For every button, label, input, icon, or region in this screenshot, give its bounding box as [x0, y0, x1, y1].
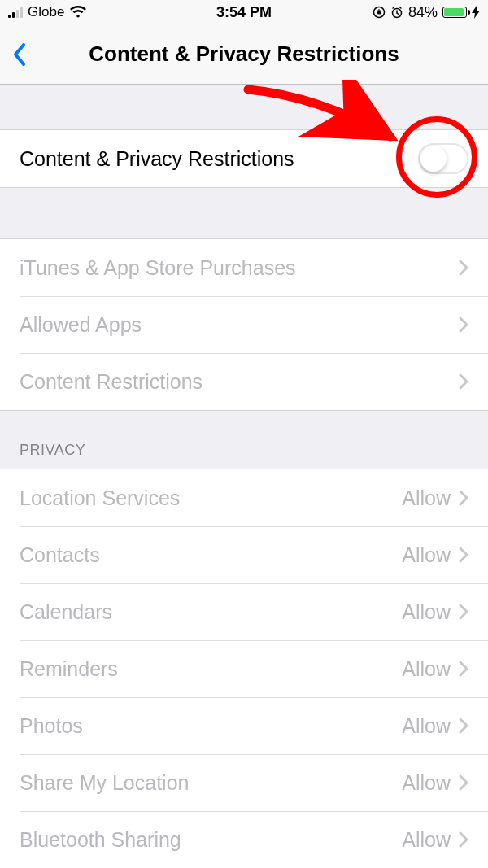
privacy-section: Location Services Allow Contacts Allow C…: [0, 469, 488, 868]
chevron-right-icon: [459, 490, 468, 506]
share-my-location-row[interactable]: Share My Location Allow: [0, 754, 488, 811]
row-value: Allow: [402, 486, 451, 510]
status-bar: Globe 3:54 PM 84%: [0, 0, 488, 24]
main-toggle-section: Content & Privacy Restrictions: [0, 129, 488, 188]
row-label: Photos: [20, 714, 402, 738]
row-label: Allowed Apps: [20, 313, 459, 337]
alarm-icon: [390, 6, 403, 19]
calendars-row[interactable]: Calendars Allow: [0, 583, 488, 640]
chevron-left-icon: [11, 41, 28, 68]
row-value: Allow: [402, 714, 451, 738]
chevron-right-icon: [459, 373, 468, 390]
row-value: Allow: [402, 771, 451, 795]
svg-rect-1: [377, 11, 381, 15]
content-privacy-toggle-row[interactable]: Content & Privacy Restrictions: [0, 130, 488, 187]
photos-row[interactable]: Photos Allow: [0, 697, 488, 754]
wifi-icon: [69, 6, 87, 19]
row-label: Location Services: [20, 486, 402, 510]
toggle-knob: [420, 146, 447, 172]
row-value: Allow: [402, 657, 451, 681]
carrier-label: Globe: [28, 4, 64, 20]
chevron-right-icon: [459, 774, 468, 791]
privacy-section-header: PRIVACY: [0, 411, 488, 469]
battery-percent-label: 84%: [408, 4, 438, 21]
chevron-right-icon: [459, 316, 468, 333]
settings-section: iTunes & App Store Purchases Allowed App…: [0, 238, 488, 411]
row-label: Content Restrictions: [20, 370, 459, 394]
chevron-right-icon: [459, 604, 468, 620]
reminders-row[interactable]: Reminders Allow: [0, 640, 488, 697]
back-button[interactable]: [11, 41, 28, 68]
chevron-right-icon: [459, 260, 468, 276]
clock-label: 3:54 PM: [216, 4, 272, 21]
row-value: Allow: [402, 828, 451, 852]
row-label: Contacts: [20, 543, 402, 567]
navigation-bar: Content & Privacy Restrictions: [0, 24, 488, 85]
chevron-right-icon: [459, 547, 468, 563]
cellular-signal-icon: [8, 7, 23, 18]
contacts-row[interactable]: Contacts Allow: [0, 526, 488, 583]
row-label: Bluetooth Sharing: [20, 828, 402, 852]
page-title: Content & Privacy Restrictions: [0, 41, 488, 67]
chevron-right-icon: [459, 831, 468, 848]
location-services-row[interactable]: Location Services Allow: [0, 469, 488, 526]
content-restrictions-row[interactable]: Content Restrictions: [0, 353, 488, 410]
row-label: Calendars: [20, 600, 402, 624]
row-value: Allow: [402, 543, 451, 567]
charging-bolt-icon: [472, 6, 480, 19]
chevron-right-icon: [459, 718, 468, 734]
toggle-label: Content & Privacy Restrictions: [20, 147, 418, 171]
itunes-app-store-row[interactable]: iTunes & App Store Purchases: [0, 239, 488, 296]
row-value: Allow: [402, 600, 451, 624]
row-label: Share My Location: [20, 771, 402, 795]
allowed-apps-row[interactable]: Allowed Apps: [0, 296, 488, 353]
battery-icon: [442, 7, 467, 18]
content-privacy-toggle[interactable]: [418, 143, 468, 174]
rotation-lock-icon: [373, 6, 386, 19]
bluetooth-sharing-row[interactable]: Bluetooth Sharing Allow: [0, 811, 488, 868]
chevron-right-icon: [459, 661, 468, 677]
row-label: Reminders: [20, 657, 402, 681]
row-label: iTunes & App Store Purchases: [20, 256, 459, 280]
